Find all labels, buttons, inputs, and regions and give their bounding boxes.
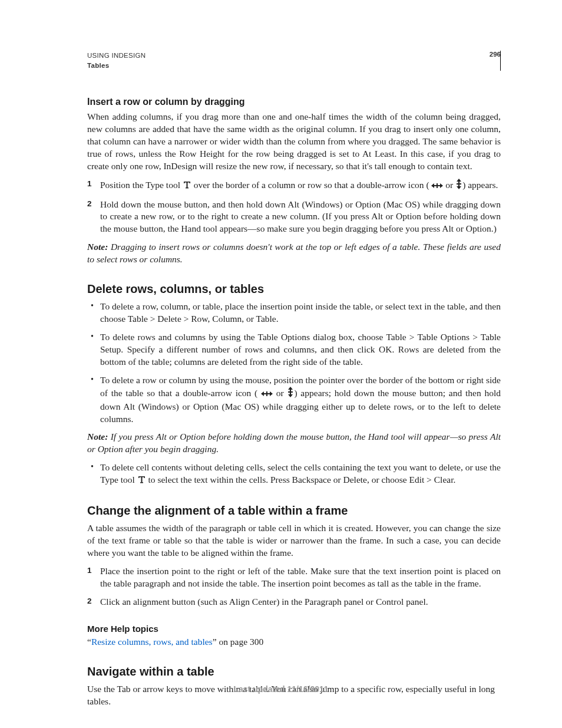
- header-section: Tables: [87, 61, 146, 71]
- note-label: Note:: [87, 242, 108, 252]
- bullets-delete-2: To delete cell contents without deleting…: [87, 462, 501, 487]
- steps-insert: Position the Type tool over the border o…: [87, 179, 501, 236]
- step-text: Position the Type tool: [100, 180, 183, 190]
- step-item: Place the insertion point to the right o…: [87, 565, 501, 590]
- list-item: To delete a row, column, or table, place…: [87, 301, 501, 325]
- note-text: If you press Alt or Option before holdin…: [87, 431, 501, 454]
- bullets-delete: To delete a row, column, or table, place…: [87, 301, 501, 425]
- horizontal-double-arrow-icon: [431, 180, 443, 193]
- xref-link-resize[interactable]: Resize columns, rows, and tables: [91, 637, 213, 647]
- page: USING INDESIGN Tables 296 Insert a row o…: [0, 0, 562, 728]
- header-rule: [500, 51, 501, 71]
- quote-open: “: [87, 637, 91, 647]
- step-item: Hold down the mouse button, and then hol…: [87, 199, 501, 236]
- list-text: to select the text within the cells. Pre…: [146, 475, 456, 485]
- type-tool-icon: [137, 475, 146, 487]
- note: Note: Dragging to insert rows or columns…: [87, 241, 501, 266]
- list-item: To delete a row or column by using the m…: [87, 374, 501, 426]
- list-item: To delete rows and columns by using the …: [87, 331, 501, 368]
- paragraph: A table assumes the width of the paragra…: [87, 522, 501, 559]
- note-text: Dragging to insert rows or columns doesn…: [87, 242, 501, 264]
- list-text: To delete a row, column, or table, place…: [100, 301, 501, 324]
- vertical-double-arrow-icon: [455, 179, 462, 193]
- header-product: USING INDESIGN: [87, 51, 146, 61]
- heading-alignment: Change the alignment of a table within a…: [87, 504, 501, 518]
- type-tool-icon: [183, 180, 191, 193]
- heading-insert-row-column: Insert a row or column by dragging: [87, 97, 501, 107]
- xref-line: “Resize columns, rows, and tables” on pa…: [87, 636, 501, 648]
- step-text: Click an alignment button (such as Align…: [100, 597, 428, 607]
- note-label: Note:: [87, 431, 108, 442]
- vertical-double-arrow-icon: [287, 387, 294, 401]
- running-header: USING INDESIGN Tables 296: [87, 51, 501, 71]
- more-help-heading: More Help topics: [87, 624, 501, 634]
- horizontal-double-arrow-icon: [261, 388, 273, 401]
- list-text: or: [273, 388, 287, 398]
- footer-updated: Last updated 11/16/2011: [0, 684, 562, 694]
- note: Note: If you press Alt or Option before …: [87, 431, 501, 456]
- heading-delete: Delete rows, columns, or tables: [87, 282, 501, 296]
- step-text: Hold down the mouse button, and then hol…: [100, 199, 501, 234]
- heading-navigate: Navigate within a table: [87, 665, 501, 678]
- step-item: Position the Type tool over the border o…: [87, 179, 501, 193]
- paragraph: When adding columns, if you drag more th…: [87, 111, 501, 173]
- step-text: ) appears.: [462, 180, 498, 190]
- steps-alignment: Place the insertion point to the right o…: [87, 565, 501, 608]
- header-left: USING INDESIGN Tables: [87, 51, 146, 70]
- list-text: To delete rows and columns by using the …: [100, 332, 501, 367]
- step-text: over the border of a column or row so th…: [191, 180, 432, 190]
- xref-rest: ” on page 300: [213, 637, 264, 647]
- step-text: or: [443, 180, 455, 190]
- list-item: To delete cell contents without deleting…: [87, 462, 501, 487]
- step-item: Click an alignment button (such as Align…: [87, 596, 501, 608]
- page-number: 296: [490, 51, 501, 58]
- step-text: Place the insertion point to the right o…: [100, 566, 501, 588]
